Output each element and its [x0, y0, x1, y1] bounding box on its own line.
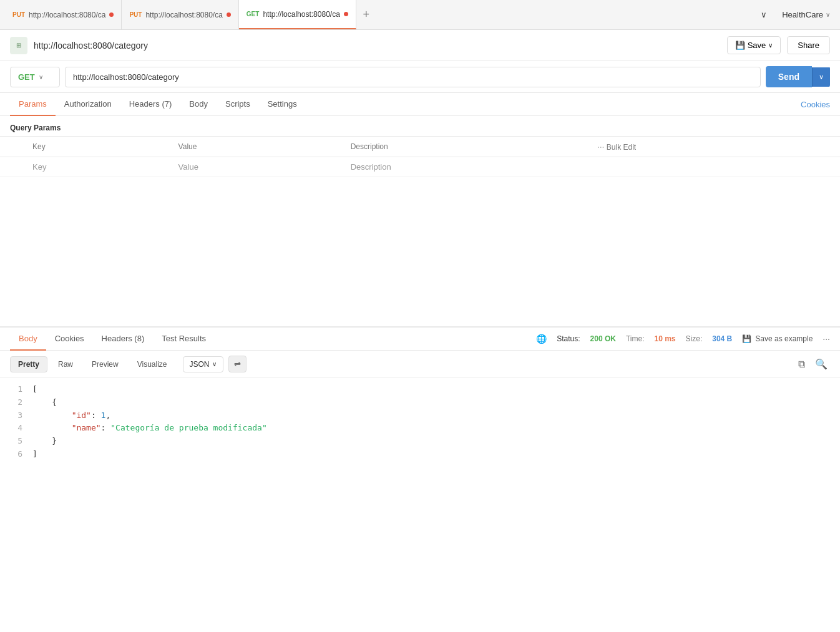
cookies-link[interactable]: Cookies — [801, 94, 830, 115]
params-row-check — [0, 157, 22, 177]
method-value: GET — [18, 72, 35, 82]
tab-authorization[interactable]: Authorization — [56, 93, 120, 116]
tab-1-dot — [109, 12, 114, 17]
tab-2-url: http://localhost:8080/ca — [145, 11, 222, 19]
send-button-group: Send ∨ — [766, 66, 830, 87]
params-table: Key Value Description ··· Bulk Edit Key … — [0, 136, 840, 177]
status-value: 200 OK — [590, 334, 616, 343]
tab-2[interactable]: PUT http://localhost:8080/ca — [122, 0, 238, 29]
tab-3[interactable]: GET http://localhost:8080/ca — [239, 0, 356, 29]
params-row-desc[interactable]: Description — [341, 157, 840, 177]
workspace-chevron-icon: ∨ — [826, 11, 830, 18]
tab-1-method: PUT — [12, 11, 25, 18]
tab-1[interactable]: PUT http://localhost:8080/ca — [5, 0, 122, 29]
params-empty-row: Key Value Description — [0, 157, 840, 177]
format-raw-button[interactable]: Raw — [50, 356, 81, 372]
format-preview-button[interactable]: Preview — [84, 356, 127, 372]
resp-tab-headers[interactable]: Headers (8) — [93, 328, 154, 351]
bulk-edit-label[interactable]: Bulk Edit — [607, 143, 636, 152]
json-format-value: JSON — [190, 360, 210, 369]
globe-icon: 🌐 — [536, 334, 547, 344]
chevron-down-icon: ∨ — [761, 10, 767, 19]
params-check-header — [0, 137, 22, 157]
save-example-label: Save as example — [755, 334, 813, 343]
workspace-dropdown[interactable]: ∨ — [756, 7, 772, 22]
tab-body[interactable]: Body — [180, 93, 217, 116]
tab-scripts[interactable]: Scripts — [217, 93, 259, 116]
workspace-name: HealthCare — [782, 10, 823, 19]
json-line-4: 4 "name": "Categoría de prueba modificad… — [10, 422, 830, 435]
tab-2-method: PUT — [129, 11, 142, 18]
size-label: Size: — [686, 334, 703, 343]
save-example-icon: 💾 — [742, 334, 751, 343]
send-dropdown-button[interactable]: ∨ — [812, 67, 830, 87]
tab-params[interactable]: Params — [10, 93, 56, 116]
params-desc-header: Description — [341, 137, 587, 157]
tab-settings[interactable]: Settings — [259, 93, 306, 116]
params-row-key[interactable]: Key — [22, 157, 168, 177]
json-line-1: 1 [ — [10, 383, 830, 396]
tab-1-url: http://localhost:8080/ca — [29, 11, 105, 19]
save-icon: 💾 — [735, 41, 745, 50]
format-pretty-button[interactable]: Pretty — [10, 356, 47, 372]
response-tabs-bar: Body Cookies Headers (8) Test Results 🌐 … — [0, 328, 840, 351]
request-icon: ⊞ — [10, 37, 27, 54]
status-label: Status: — [557, 334, 580, 343]
grid-icon: ⊞ — [16, 42, 21, 49]
url-input[interactable] — [65, 67, 761, 87]
tab-bar: PUT http://localhost:8080/ca PUT http://… — [0, 0, 840, 30]
add-tab-button[interactable]: + — [356, 5, 376, 25]
save-example-button[interactable]: 💾 Save as example — [742, 334, 813, 343]
request-tabs: Params Authorization Headers (7) Body Sc… — [0, 93, 840, 116]
request-bar: ⊞ http://localhost:8080/category 💾 Save … — [0, 30, 840, 61]
dots-icon: ··· — [597, 142, 605, 152]
workspace-selector[interactable]: HealthCare ∨ — [777, 7, 835, 22]
tab-3-url: http://localhost:8080/ca — [263, 10, 339, 19]
params-key-header: Key — [22, 137, 168, 157]
resp-tab-test-results[interactable]: Test Results — [153, 328, 215, 351]
save-chevron-icon: ∨ — [768, 42, 773, 49]
share-label: Share — [798, 41, 819, 50]
tab-headers[interactable]: Headers (7) — [120, 93, 181, 116]
share-button[interactable]: Share — [787, 36, 830, 54]
toolbar-right: ⧉ 🔍 — [796, 356, 830, 372]
response-section: Body Cookies Headers (8) Test Results 🌐 … — [0, 326, 840, 632]
json-viewer: 1 [ 2 { 3 "id": 1, 4 "name": "Categoría … — [0, 378, 840, 609]
size-highlight-value: 304 B — [712, 334, 732, 343]
send-main-button[interactable]: Send — [766, 66, 812, 87]
wrap-button[interactable]: ⇌ — [228, 356, 247, 372]
tab-2-dot — [227, 12, 231, 17]
time-label: Time: — [626, 334, 645, 343]
time-highlight-value: 10 ms — [655, 334, 676, 343]
url-bar: GET ∨ Send ∨ — [0, 61, 840, 93]
format-visualize-button[interactable]: Visualize — [129, 356, 175, 372]
resp-tab-body[interactable]: Body — [10, 328, 46, 351]
time-value: 10 ms — [655, 334, 676, 343]
json-line-2: 2 { — [10, 396, 830, 409]
save-button[interactable]: 💾 Save ∨ — [727, 36, 781, 54]
json-line-6: 6 ] — [10, 448, 830, 461]
request-title: http://localhost:8080/category — [34, 41, 721, 51]
tab-bar-right: ∨ HealthCare ∨ — [756, 7, 835, 22]
copy-icon[interactable]: ⧉ — [796, 356, 808, 372]
size-value: 304 B — [712, 334, 732, 343]
search-icon[interactable]: 🔍 — [813, 356, 830, 372]
tab-3-dot — [344, 12, 348, 16]
query-params-section: Query Params Key Value Description ··· B… — [0, 116, 840, 177]
json-format-chevron-icon: ∨ — [212, 361, 217, 367]
method-select[interactable]: GET ∨ — [10, 67, 60, 87]
more-options-button[interactable]: ··· — [823, 334, 830, 344]
save-label: Save — [748, 41, 766, 50]
query-params-title: Query Params — [0, 116, 840, 136]
json-line-5: 5 } — [10, 435, 830, 448]
json-format-select[interactable]: JSON ∨ — [183, 356, 223, 372]
params-row-value[interactable]: Value — [168, 157, 341, 177]
params-value-header: Value — [168, 137, 341, 157]
params-bulk-edit-header: ··· Bulk Edit — [587, 137, 840, 157]
resp-tab-cookies[interactable]: Cookies — [46, 328, 93, 351]
response-meta: 🌐 Status: 200 OK Time: 10 ms Size: 304 B… — [536, 334, 830, 344]
method-chevron-icon: ∨ — [39, 74, 43, 80]
status-ok-value: 200 OK — [590, 334, 616, 343]
tab-3-method: GET — [247, 11, 260, 17]
response-toolbar: Pretty Raw Preview Visualize JSON ∨ ⇌ ⧉ … — [0, 351, 840, 378]
